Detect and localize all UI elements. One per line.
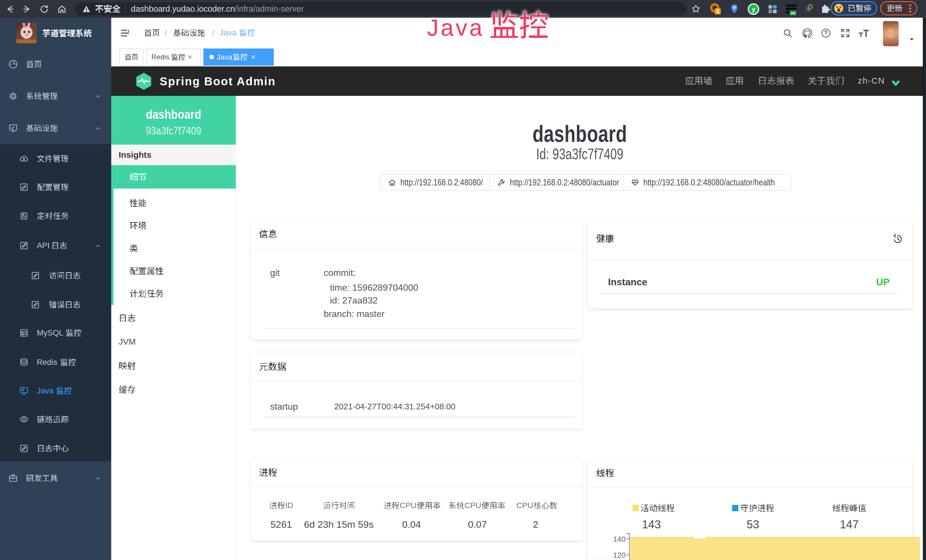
- svg-text:y: y: [752, 6, 755, 13]
- svg-text:on: on: [791, 11, 795, 15]
- svg-text:1: 1: [716, 9, 719, 14]
